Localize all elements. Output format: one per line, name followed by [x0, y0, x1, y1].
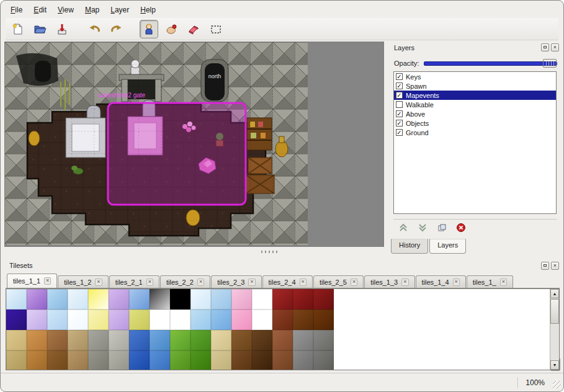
delete-layer-button[interactable]	[456, 223, 466, 233]
menu-map[interactable]: Map	[80, 4, 104, 16]
tile[interactable]	[68, 330, 88, 350]
tileset-tab-tiles_1_2[interactable]: tiles_1_2×	[58, 275, 108, 288]
tile[interactable]	[252, 289, 272, 310]
layer-visibility-checkbox[interactable]: ✓	[396, 120, 403, 127]
tile[interactable]	[68, 289, 88, 310]
tile[interactable]	[170, 310, 190, 330]
tile[interactable]	[47, 310, 68, 330]
tile[interactable]	[6, 310, 27, 330]
layer-row-above[interactable]: ✓Above	[394, 109, 556, 118]
tileset-scrollbar[interactable]: ▲ ▼	[550, 289, 559, 370]
tile[interactable]	[293, 310, 313, 330]
tile[interactable]	[293, 330, 313, 350]
layer-visibility-checkbox[interactable]	[396, 101, 403, 108]
float-panel-button[interactable]	[541, 43, 549, 51]
layer-visibility-checkbox[interactable]: ✓	[396, 110, 403, 117]
opacity-slider[interactable]	[424, 58, 557, 68]
tile[interactable]	[27, 330, 47, 350]
tile[interactable]	[68, 310, 88, 330]
tile[interactable]	[170, 330, 190, 350]
tile[interactable]	[129, 289, 150, 310]
tile[interactable]	[6, 350, 27, 370]
tile[interactable]	[211, 350, 231, 370]
redo-button[interactable]	[107, 20, 126, 38]
save-import-button[interactable]	[53, 20, 71, 38]
close-panel-button[interactable]: ×	[551, 262, 559, 270]
tile[interactable]	[190, 289, 211, 310]
scrollbar-thumb[interactable]	[550, 299, 559, 324]
stamp-tool-button[interactable]	[140, 20, 158, 38]
close-tab-icon[interactable]: ×	[300, 278, 307, 286]
tile[interactable]	[293, 289, 313, 310]
tile[interactable]	[88, 289, 109, 310]
tile[interactable]	[129, 310, 150, 330]
tile[interactable]	[313, 289, 334, 310]
tile[interactable]	[252, 310, 272, 330]
tileset-tab-tiles_2_2[interactable]: tiles_2_2×	[160, 275, 210, 288]
tab-history[interactable]: History	[391, 239, 428, 254]
tile[interactable]	[129, 350, 150, 370]
tile[interactable]	[252, 350, 272, 370]
select-tool-button[interactable]	[207, 20, 225, 38]
tileset-tab-tiles_2_3[interactable]: tiles_2_3×	[211, 275, 261, 288]
layer-row-ground[interactable]: ✓Ground	[394, 128, 556, 137]
splitter-grip[interactable]	[261, 251, 279, 253]
raise-layer-button[interactable]	[398, 223, 408, 233]
tile[interactable]	[211, 330, 231, 350]
tile[interactable]	[211, 289, 231, 310]
layer-row-mapevents[interactable]: ✓Mapevents	[394, 91, 556, 100]
scroll-down-button[interactable]: ▼	[550, 360, 559, 370]
close-tab-icon[interactable]: ×	[146, 278, 153, 286]
menu-view[interactable]: View	[53, 4, 79, 16]
resize-grip-icon[interactable]	[553, 381, 561, 389]
tile[interactable]	[170, 350, 190, 370]
tile[interactable]	[231, 350, 252, 370]
tile[interactable]	[68, 350, 88, 370]
tab-layers[interactable]: Layers	[429, 239, 466, 254]
tileset-tab-tiles_2_5[interactable]: tiles_2_5×	[313, 275, 364, 288]
tile[interactable]	[27, 289, 47, 310]
layer-visibility-checkbox[interactable]: ✓	[396, 92, 403, 99]
fill-tool-button[interactable]	[162, 20, 181, 38]
layer-row-walkable[interactable]: Walkable	[394, 100, 556, 109]
tile[interactable]	[109, 289, 129, 310]
tile[interactable]	[150, 310, 170, 330]
tile[interactable]	[231, 330, 252, 350]
layer-row-objects[interactable]: ✓Objects	[394, 118, 556, 128]
tile[interactable]	[211, 310, 231, 330]
close-tab-icon[interactable]: ×	[500, 278, 507, 286]
tile[interactable]	[129, 330, 150, 350]
tile[interactable]	[252, 330, 272, 350]
tile[interactable]	[272, 310, 293, 330]
new-file-button[interactable]	[8, 20, 27, 38]
layer-row-spawn[interactable]: ✓Spawn	[394, 81, 556, 91]
tile[interactable]	[6, 330, 27, 350]
close-tab-icon[interactable]: ×	[95, 278, 102, 286]
tile[interactable]	[27, 350, 47, 370]
tile[interactable]	[313, 310, 334, 330]
tile[interactable]	[47, 330, 68, 350]
tile[interactable]	[150, 289, 170, 310]
tileset-tab-tiles_2_1[interactable]: tiles_2_1×	[109, 275, 159, 288]
undo-button[interactable]	[85, 20, 104, 38]
layer-visibility-checkbox[interactable]: ✓	[396, 129, 403, 136]
close-tab-icon[interactable]: ×	[401, 278, 408, 286]
selection-rectangle[interactable]	[108, 103, 246, 205]
tile[interactable]	[27, 310, 47, 330]
tile[interactable]	[109, 350, 129, 370]
opacity-slider-handle[interactable]	[543, 59, 557, 68]
duplicate-layer-button[interactable]	[437, 223, 447, 233]
tileset-tab-tiles_1_[interactable]: tiles_1_×	[467, 275, 513, 288]
lower-layer-button[interactable]	[418, 223, 427, 233]
tileset-tab-tiles_2_4[interactable]: tiles_2_4×	[262, 275, 313, 288]
tileset-tab-tiles_1_3[interactable]: tiles_1_3×	[364, 275, 414, 288]
open-button[interactable]	[30, 20, 49, 38]
close-tab-icon[interactable]: ×	[351, 278, 357, 286]
tile[interactable]	[88, 330, 109, 350]
menu-help[interactable]: Help	[135, 4, 161, 16]
menu-file[interactable]: File	[6, 4, 27, 16]
tile[interactable]	[150, 330, 170, 350]
tile[interactable]	[272, 330, 293, 350]
tile[interactable]	[231, 289, 252, 310]
tile[interactable]	[293, 350, 313, 370]
